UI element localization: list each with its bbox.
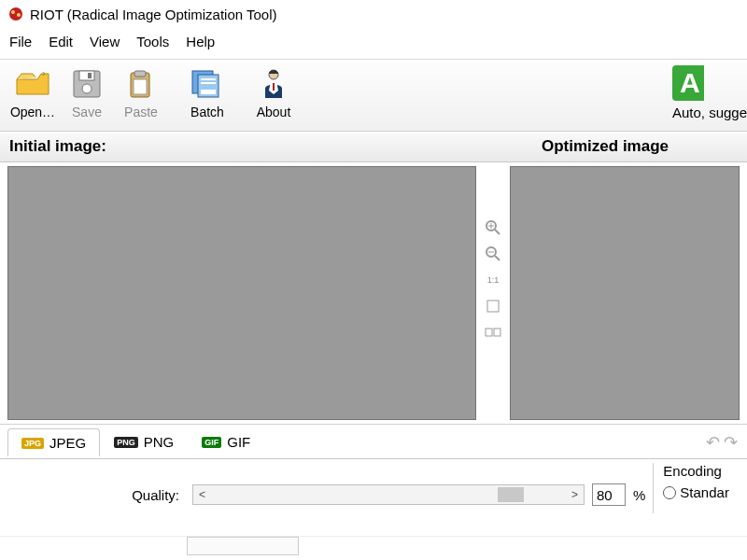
slider-left-arrow[interactable]: < xyxy=(199,488,205,501)
svg-point-6 xyxy=(82,84,92,93)
paste-button: Paste xyxy=(114,63,168,121)
quality-slider[interactable]: < > xyxy=(192,484,585,505)
encoding-group-label: Encoding xyxy=(663,463,729,479)
save-label: Save xyxy=(72,105,102,119)
paste-label: Paste xyxy=(124,105,158,119)
svg-rect-8 xyxy=(134,71,146,77)
redo-icon[interactable]: ↷ xyxy=(724,432,738,453)
svg-rect-12 xyxy=(201,90,216,94)
svg-line-22 xyxy=(495,256,500,260)
window-title: RIOT (Radical Image Optimization Tool) xyxy=(30,7,277,22)
open-label: Open… xyxy=(10,105,55,119)
optimized-image-label: Optimized image xyxy=(532,137,738,156)
svg-rect-25 xyxy=(486,329,492,336)
tab-png-label: PNG xyxy=(144,434,175,450)
menu-view[interactable]: View xyxy=(90,34,120,49)
svg-rect-5 xyxy=(88,73,92,78)
optimized-image-pane[interactable] xyxy=(510,166,740,420)
gif-badge-icon: GIF xyxy=(202,437,221,448)
svg-rect-13 xyxy=(201,78,216,80)
initial-image-label: Initial image: xyxy=(9,137,532,156)
secondary-input-stub[interactable] xyxy=(187,537,299,555)
tab-png[interactable]: PNG PNG xyxy=(100,427,188,455)
auto-suggest-label: Auto, sugge xyxy=(672,105,747,120)
menu-help[interactable]: Help xyxy=(186,34,215,49)
save-icon xyxy=(70,65,104,103)
svg-rect-26 xyxy=(494,329,500,336)
about-button[interactable]: About xyxy=(247,63,301,121)
zoom-tools: 1:1 xyxy=(476,162,510,424)
svg-point-0 xyxy=(9,7,22,21)
about-icon xyxy=(258,65,289,103)
quality-label: Quality: xyxy=(7,487,185,503)
fit-window-icon[interactable] xyxy=(484,297,502,315)
encoding-standard-option[interactable]: Standar xyxy=(663,484,729,500)
bottom-control-stub xyxy=(0,536,747,556)
radio-icon xyxy=(663,486,676,499)
undo-icon[interactable]: ↶ xyxy=(706,432,720,453)
percent-label: % xyxy=(633,487,645,503)
toolbar: Open… Save Paste xyxy=(0,59,747,132)
svg-rect-14 xyxy=(201,82,216,84)
save-button: Save xyxy=(60,63,114,121)
svg-rect-16 xyxy=(273,83,275,91)
zoom-actual-button[interactable]: 1:1 xyxy=(484,271,502,289)
tab-gif-label: GIF xyxy=(227,434,250,450)
encoding-standard-label: Standar xyxy=(680,484,729,500)
jpeg-badge-icon: JPG xyxy=(21,438,44,449)
about-label: About xyxy=(257,105,291,119)
menu-tools[interactable]: Tools xyxy=(136,34,169,49)
svg-rect-24 xyxy=(487,301,499,312)
batch-button[interactable]: Batch xyxy=(180,63,234,121)
menu-file[interactable]: File xyxy=(9,34,32,49)
tab-jpeg-label: JPEG xyxy=(49,435,86,451)
open-button[interactable]: Open… xyxy=(6,63,60,121)
tab-gif[interactable]: GIF GIF xyxy=(188,427,264,455)
dual-view-icon[interactable] xyxy=(484,323,502,342)
svg-rect-9 xyxy=(134,79,147,94)
format-tabs: JPG JPEG PNG PNG GIF GIF ↶ ↷ xyxy=(0,424,747,459)
svg-line-18 xyxy=(495,230,500,234)
initial-image-pane[interactable] xyxy=(7,166,476,420)
menu-edit[interactable]: Edit xyxy=(49,34,73,49)
paste-icon xyxy=(125,65,157,103)
zoom-in-icon[interactable] xyxy=(484,218,502,237)
quality-input[interactable] xyxy=(592,483,626,506)
folder-open-icon xyxy=(14,65,51,103)
svg-rect-4 xyxy=(79,71,94,80)
slider-right-arrow[interactable]: > xyxy=(571,488,578,501)
svg-point-1 xyxy=(11,10,15,14)
slider-thumb[interactable] xyxy=(498,487,524,502)
svg-point-2 xyxy=(17,13,21,17)
tab-jpeg[interactable]: JPG JPEG xyxy=(7,428,100,456)
batch-icon xyxy=(189,65,226,103)
app-icon xyxy=(7,6,24,22)
pane-labels: Initial image: Optimized image xyxy=(0,132,747,162)
png-badge-icon: PNG xyxy=(114,437,138,448)
batch-label: Batch xyxy=(190,105,224,119)
menu-bar: File Edit View Tools Help xyxy=(0,28,747,59)
zoom-out-icon[interactable] xyxy=(484,245,502,263)
auto-badge[interactable]: A xyxy=(672,65,704,101)
